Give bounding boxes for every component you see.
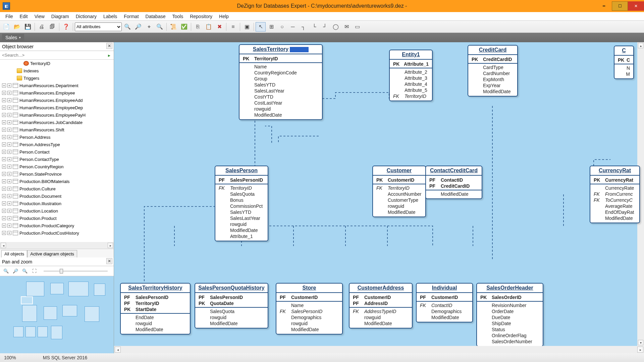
open-button[interactable]: 📂 xyxy=(12,22,22,32)
tree-table-item[interactable]: ++Production.Illustration xyxy=(0,200,114,207)
scroll-up-icon[interactable]: ▴ xyxy=(638,43,643,48)
paste-button[interactable]: 📋 xyxy=(204,22,214,32)
tree-table-item[interactable]: ++Person.StateProvince xyxy=(0,170,114,178)
zoom-fit-button[interactable]: 🔍 xyxy=(122,22,132,32)
subdiagram-button[interactable]: ▣ xyxy=(242,22,252,32)
entity-CustomerAddress[interactable]: CustomerAddressPFCustomerIDPFAddressIDFK… xyxy=(349,283,413,328)
object-browser-close[interactable]: ✕ xyxy=(106,43,112,49)
pointer-tool[interactable]: ↖ xyxy=(256,22,266,32)
tree-table-item[interactable]: ++Production.Location xyxy=(0,207,114,215)
menu-edit[interactable]: Edit xyxy=(16,12,31,20)
script-button[interactable]: 📜 xyxy=(168,22,178,32)
expand-icon[interactable]: + xyxy=(7,113,11,117)
expand-icon[interactable]: + xyxy=(2,179,6,183)
menu-dictionary[interactable]: Dictionary xyxy=(72,12,100,20)
expand-icon[interactable]: + xyxy=(2,194,6,198)
zoom-in-button[interactable]: 🔎 xyxy=(133,22,143,32)
expand-icon[interactable]: + xyxy=(7,142,11,146)
expand-icon[interactable]: + xyxy=(2,165,6,169)
expand-icon[interactable]: + xyxy=(7,98,11,102)
tree-table-item[interactable]: ++HumanResources.Employee xyxy=(0,89,114,97)
expand-icon[interactable]: + xyxy=(7,172,11,176)
entity-tool[interactable]: ⊞ xyxy=(266,22,276,32)
rel4-tool[interactable]: ┘ xyxy=(320,22,330,32)
menu-tools[interactable]: Tools xyxy=(169,12,186,20)
tree-table-item[interactable]: ++Person.Contact xyxy=(0,148,114,156)
expand-icon[interactable]: + xyxy=(7,150,11,154)
align-button[interactable]: ≡ xyxy=(228,22,238,32)
expand-icon[interactable]: + xyxy=(7,165,11,169)
tree-item[interactable]: Indexes xyxy=(0,67,114,74)
delete-button[interactable]: ✖ xyxy=(214,22,224,32)
expand-icon[interactable]: + xyxy=(2,231,6,235)
entity-Store[interactable]: StorePFCustomerIDNameFKSalesPersonIDDemo… xyxy=(276,283,343,335)
scroll-right-icon[interactable]: ▸ xyxy=(637,347,643,353)
object-tree[interactable]: TerritoryIDIndexesTriggers++HumanResourc… xyxy=(0,60,114,242)
tree-table-item[interactable]: ++Person.AddressType xyxy=(0,141,114,148)
tree-table-item[interactable]: ++HumanResources.JobCandidate xyxy=(0,119,114,126)
expand-icon[interactable]: + xyxy=(7,120,11,124)
expand-icon[interactable]: + xyxy=(7,224,11,228)
tree-table-item[interactable]: ++HumanResources.EmployeeAdd xyxy=(0,97,114,104)
browser-tab[interactable]: Active diagram objects xyxy=(27,250,77,257)
scroll-down-icon[interactable]: ▾ xyxy=(638,340,643,345)
print-button[interactable]: 🖨 xyxy=(37,22,47,32)
entity-CreditCard[interactable]: CreditCardPKCreditCardIDCardTypeCardNumb… xyxy=(468,45,518,97)
tree-item[interactable]: Triggers xyxy=(0,74,114,82)
minimap[interactable] xyxy=(0,276,114,353)
expand-icon[interactable]: + xyxy=(2,135,6,139)
entity-CurrencyRate[interactable]: CurrencyRatPKCurrencyRatCurrencyRateFKFr… xyxy=(590,166,640,223)
entity-SalesPersonQuotaHistory[interactable]: SalesPersonQuotaHistoryPFSalesPersonIDPK… xyxy=(195,283,268,328)
validate-button[interactable]: ✅ xyxy=(179,22,189,32)
rel3-tool[interactable]: └ xyxy=(309,22,319,32)
pan-zoom-close[interactable]: ✕ xyxy=(106,258,112,264)
expand-icon[interactable]: + xyxy=(7,201,11,205)
stamp-tool[interactable]: ✉ xyxy=(341,22,352,32)
tree-item[interactable]: TerritoryID xyxy=(0,60,114,67)
entity-SalesPerson[interactable]: SalesPersonPFSalesPersonIDFKTerritoryIDS… xyxy=(215,166,268,241)
expand-icon[interactable]: + xyxy=(2,83,6,87)
zoom-fit-icon[interactable]: ⛶ xyxy=(31,268,38,275)
diagram-canvas[interactable]: ▴ ▾ SalesTerritoryPKTerritoryIDNameCount… xyxy=(114,42,644,353)
expand-icon[interactable]: + xyxy=(7,106,11,110)
tree-table-item[interactable]: ++Production.ProductCostHistory xyxy=(0,229,114,237)
entity-c_partial[interactable]: CPKCNM xyxy=(614,46,634,79)
expand-icon[interactable]: + xyxy=(2,113,6,117)
view-tool[interactable]: ○ xyxy=(277,22,287,32)
browser-tab[interactable]: All objects xyxy=(1,250,27,257)
zoom-out-button[interactable]: 🔍 xyxy=(155,22,165,32)
tree-table-item[interactable]: ++Person.Address xyxy=(0,133,114,141)
zoom-tool-icon[interactable]: 🔍 xyxy=(3,268,9,275)
zoom-in-icon[interactable]: 🔎 xyxy=(12,268,19,275)
entity-Entity1[interactable]: Entity1PKAttribute_1Attribute_2Attribute… xyxy=(389,50,433,101)
expand-icon[interactable]: + xyxy=(7,187,11,191)
zoom-out-icon[interactable]: 🔍 xyxy=(21,268,28,275)
tree-table-item[interactable]: ++HumanResources.EmployeePayH xyxy=(0,111,114,119)
copy-button[interactable]: ⎘ xyxy=(193,22,203,32)
expand-icon[interactable]: + xyxy=(7,91,11,95)
expand-icon[interactable]: + xyxy=(7,231,11,235)
search-input[interactable] xyxy=(1,52,106,58)
scroll-left-icon[interactable]: ◂ xyxy=(1,243,6,248)
note-tool[interactable]: ◯ xyxy=(331,22,341,32)
menu-file[interactable]: File xyxy=(2,12,16,20)
expand-icon[interactable]: + xyxy=(7,128,11,132)
close-button[interactable]: ✕ xyxy=(628,1,644,11)
scroll-right-icon[interactable]: ▸ xyxy=(108,243,113,248)
expand-icon[interactable]: + xyxy=(2,157,6,161)
tree-table-item[interactable]: ++Production.Product xyxy=(0,215,114,222)
tree-table-item[interactable]: ++HumanResources.Department xyxy=(0,82,114,89)
expand-icon[interactable]: + xyxy=(2,91,6,95)
diagram-tab-sales[interactable]: Sales ▾ xyxy=(2,34,24,41)
entity-Customer[interactable]: CustomerPKCustomerIDFKTerritoryIDAccount… xyxy=(372,166,426,217)
tree-table-item[interactable]: ++Production.Document xyxy=(0,192,114,200)
menu-view[interactable]: View xyxy=(31,12,48,20)
zoom-slider[interactable] xyxy=(44,270,108,272)
zoom-area-button[interactable]: ⌖ xyxy=(144,22,154,32)
search-go-icon[interactable]: ▸ xyxy=(106,52,112,59)
save-button[interactable]: 💾 xyxy=(23,22,33,32)
expand-icon[interactable]: + xyxy=(7,179,11,183)
tree-table-item[interactable]: ++Production.BillOfMaterials xyxy=(0,178,114,185)
print-preview-button[interactable]: 🗐 xyxy=(47,22,57,32)
menu-repository[interactable]: Repository xyxy=(186,12,216,20)
